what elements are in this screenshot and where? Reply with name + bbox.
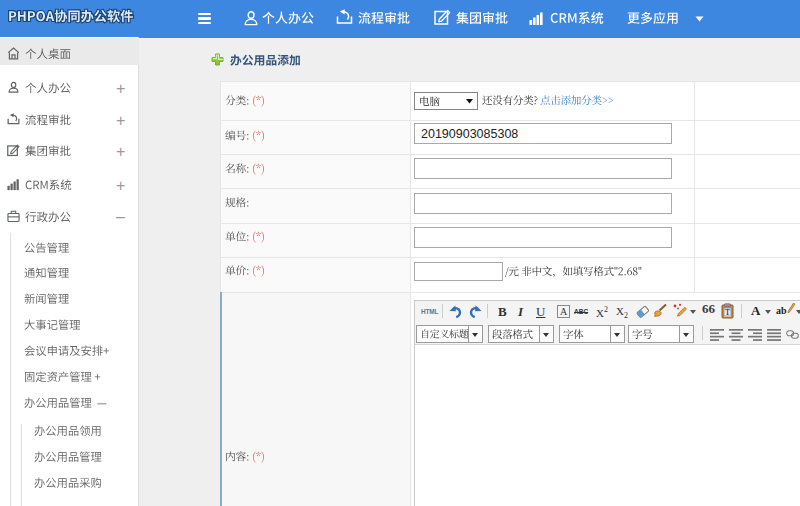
svg-text:T: T [725, 308, 730, 317]
